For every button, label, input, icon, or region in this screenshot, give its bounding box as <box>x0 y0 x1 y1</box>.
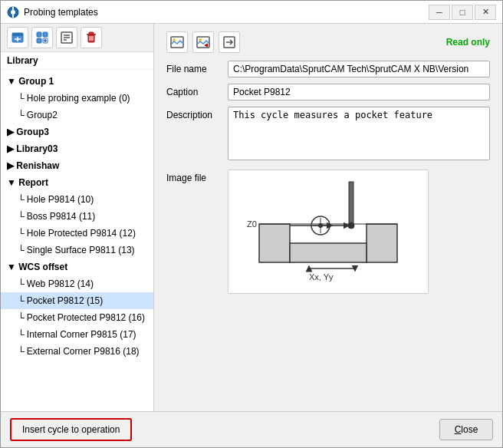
image-file-row: Image file Z0 <box>166 170 490 294</box>
image-file-label: Image file <box>166 170 228 183</box>
svg-rect-9 <box>43 32 48 37</box>
tree-item-boss-p9814[interactable]: └ Boss P9814 (11) <box>1 208 153 225</box>
svg-rect-20 <box>89 32 94 35</box>
expand-icon2: ▶ <box>7 127 16 137</box>
tree-container[interactable]: ▼ Group 1 └ Hole probing example (0) └ G… <box>1 70 153 411</box>
tree-item-group1[interactable]: ▼ Group 1 <box>1 73 153 90</box>
tree-item-hole-prot-p9814[interactable]: └ Hole Protected P9814 (12) <box>1 225 153 242</box>
svg-rect-31 <box>367 224 397 262</box>
svg-rect-8 <box>37 32 41 37</box>
close-dialog-button[interactable]: Close <box>439 419 493 440</box>
svg-rect-5 <box>12 33 23 36</box>
tree-item-library03[interactable]: ▶ Library03 <box>1 140 153 157</box>
pocket-diagram: Z0 <box>236 178 420 285</box>
tree-item-internal-corner[interactable]: └ Internal Corner P9815 (17) <box>1 326 153 343</box>
close-label: lose <box>461 424 478 435</box>
title-bar: Probing templates ─ □ ✕ <box>1 1 502 24</box>
tree-item-group2[interactable]: └ Group2 <box>1 107 153 124</box>
bottom-bar: Insert cycle to operation Close <box>1 411 502 447</box>
file-name-label: File name <box>166 61 228 74</box>
svg-text:Xx, Yy: Xx, Yy <box>309 272 334 282</box>
tree-item-wcs-offset[interactable]: ▼ WCS offset <box>1 259 153 275</box>
file-name-row: File name <box>166 61 490 77</box>
readonly-label: Read only <box>446 37 490 48</box>
app-icon <box>7 6 19 18</box>
right-toolbar: Read only <box>166 31 490 53</box>
caption-label: Caption <box>166 84 228 97</box>
right-panel: Read only File name Caption Description … <box>154 24 502 411</box>
left-toolbar <box>1 24 153 52</box>
description-label: Description <box>166 107 228 120</box>
maximize-button[interactable]: □ <box>452 5 473 20</box>
save-image-button[interactable] <box>192 31 214 53</box>
main-content: Library ▼ Group 1 └ Hole probing example… <box>1 24 502 411</box>
expand-icon3: ▶ <box>7 143 16 154</box>
minimize-button[interactable]: ─ <box>429 5 450 20</box>
window-title: Probing templates <box>24 7 429 18</box>
insert-cycle-button[interactable]: Insert cycle to operation <box>10 418 132 441</box>
tree-item-hole-p9814[interactable]: └ Hole P9814 (10) <box>1 191 153 208</box>
tree-item-hole-probing[interactable]: └ Hole probing example (0) <box>1 90 153 107</box>
svg-text:Z0: Z0 <box>247 219 257 229</box>
library-header: Library <box>1 52 153 70</box>
tree-item-renishaw[interactable]: ▶ Renishaw <box>1 157 153 174</box>
tree-item-single-p9811[interactable]: └ Single Surface P9811 (13) <box>1 242 153 259</box>
left-panel: Library ▼ Group 1 └ Hole probing example… <box>1 24 154 411</box>
svg-rect-2 <box>12 7 14 10</box>
svg-point-1 <box>11 10 15 15</box>
svg-rect-10 <box>37 38 41 43</box>
caption-input[interactable] <box>228 84 490 100</box>
diagram-container: Z0 <box>228 170 429 294</box>
tree-item-group3[interactable]: ▶ Group3 <box>1 124 153 140</box>
tree-item-external-corner[interactable]: └ External Corner P9816 (18) <box>1 343 153 360</box>
expand-icon5: ▼ <box>7 177 18 188</box>
svg-rect-32 <box>290 243 367 262</box>
new-group-button[interactable] <box>31 27 53 48</box>
tree-item-web-p9812[interactable]: └ Web P9812 (14) <box>1 275 153 292</box>
description-row: Description This cycle measures a pocket… <box>166 107 490 160</box>
export-button[interactable] <box>219 31 240 53</box>
main-window: Probing templates ─ □ ✕ <box>0 0 503 448</box>
expand-icon: ▼ <box>7 76 18 87</box>
file-name-input[interactable] <box>228 61 490 77</box>
new-library-button[interactable] <box>7 27 28 48</box>
svg-rect-3 <box>12 15 14 18</box>
svg-point-36 <box>348 222 354 229</box>
svg-rect-35 <box>349 182 353 224</box>
new-item-button[interactable] <box>56 27 77 48</box>
close-window-button[interactable]: ✕ <box>475 5 496 20</box>
tree-item-pocket-p9812[interactable]: └ Pocket P9812 (15) <box>1 292 153 309</box>
delete-button[interactable] <box>81 27 102 48</box>
expand-icon4: ▶ <box>7 160 16 171</box>
svg-rect-30 <box>259 224 290 262</box>
description-textarea[interactable]: This cycle measures a pocket feature <box>228 107 490 160</box>
expand-icon6: ▼ <box>7 262 18 272</box>
load-image-button[interactable] <box>166 31 188 53</box>
window-controls: ─ □ ✕ <box>429 5 496 20</box>
caption-row: Caption <box>166 84 490 100</box>
tree-item-report[interactable]: ▼ Report <box>1 174 153 191</box>
tree-item-pocket-prot-p9812[interactable]: └ Pocket Protected P9812 (16) <box>1 309 153 326</box>
